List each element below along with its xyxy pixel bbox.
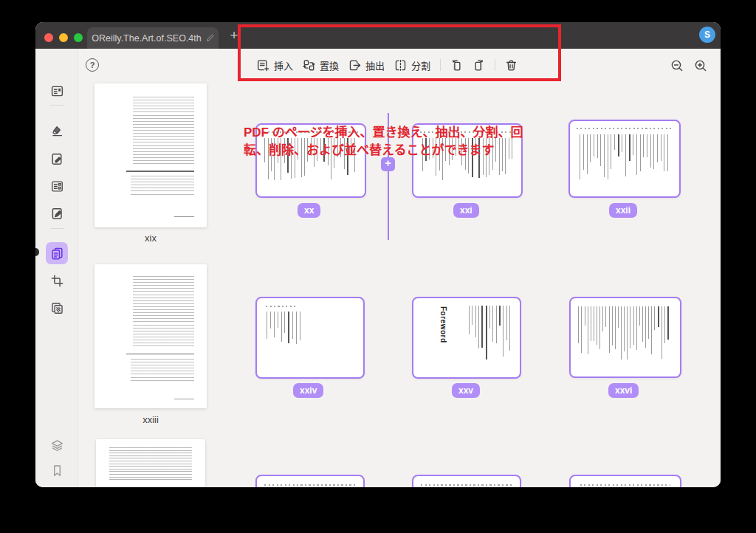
zoom-out-icon [670,59,684,72]
toc-lines [131,359,195,382]
rotate-right-button[interactable] [472,59,485,72]
toolbar-divider [440,59,441,71]
left-sidebar [35,49,78,487]
toc-lines [133,97,195,165]
toc-bold-line [126,354,195,355]
zoom-in-icon [694,59,707,72]
toc-lines [131,176,195,197]
active-tool-notch [35,248,39,256]
page-top-dashes [421,484,512,486]
page-badge-xxv: xxv [452,383,480,398]
insert-page-button[interactable]: 挿入 [257,58,293,72]
edit-page-icon[interactable] [46,148,68,170]
highlighter-icon[interactable] [46,120,68,142]
zoom-window-button[interactable] [74,33,83,42]
extract-page-icon [348,59,361,72]
page-top-dashes [580,484,670,486]
page-badge-xxii: xxii [609,203,637,218]
extract-page-button[interactable]: 抽出 [348,58,385,72]
page-badge-xxvi: xxvi [608,383,639,398]
page-thumbnail-xxv[interactable]: Foreword [412,297,521,379]
page-thumbnail-xxvi[interactable] [569,297,681,378]
insert-page-icon [257,59,269,72]
rotated-text-lines [267,312,300,357]
foreword-title: Foreword [439,306,447,343]
page-tools-group: 挿入 置換 [242,49,557,81]
page-badge-xxiv: xxiv [293,383,323,398]
pages-canvas: PDF のページを挿入、置き換え、抽出、分割、回 転、削除、および並べ替えること… [78,83,721,487]
insert-here-button[interactable]: + [381,157,395,171]
document-tab[interactable]: OReilly.The.Art.of.SEO.4th [87,27,219,49]
traffic-lights [44,33,83,42]
rotated-text-lines [469,306,510,367]
rotated-text-lines [580,134,668,185]
form-icon[interactable] [46,175,68,197]
sidebar-divider [50,228,63,229]
rotate-left-button[interactable] [450,59,463,72]
split-page-icon [394,59,407,72]
insert-page-label: 挿入 [274,58,293,72]
minimize-window-button[interactable] [59,33,68,42]
ocr-icon[interactable] [46,297,68,319]
replace-page-icon [303,59,315,72]
rotate-left-icon [450,59,463,72]
new-tab-button[interactable]: + [224,26,244,45]
page-thumbnail-partial[interactable] [412,475,521,487]
replace-page-label: 置換 [320,58,339,72]
page-label-xxiii: xxiii [94,414,207,425]
page-top-dashes [266,306,298,307]
replace-page-button[interactable]: 置換 [303,58,339,72]
toc-footer-line [174,399,194,399]
sidebar-divider [50,105,63,106]
rotate-right-icon [472,59,485,72]
titlebar: OReilly.The.Art.of.SEO.4th + S [35,22,721,49]
delete-page-button[interactable] [505,59,518,72]
fill-sign-icon[interactable] [46,202,68,224]
page-top-dashes [264,484,356,486]
page-label-xix: xix [94,233,207,244]
trash-icon [505,59,518,72]
page-thumbnail-partial[interactable] [96,439,205,487]
rename-pencil-icon[interactable] [206,34,214,42]
zoom-in-button[interactable] [693,58,709,74]
reader-icon[interactable] [46,80,68,102]
layers-icon[interactable] [46,434,68,456]
page-thumbnail-xxiv[interactable] [255,297,365,379]
toc-lines [133,276,195,348]
page-thumbnail-partial[interactable] [255,475,365,487]
organize-pages-icon[interactable] [46,242,68,264]
top-toolbar: ? 挿入 [78,49,721,83]
page-thumbnail-xix[interactable] [94,83,207,227]
text-lines [109,447,193,482]
annotation-text: PDF のページを挿入、置き換え、抽出、分割、回 転、削除、および並べ替えること… [244,124,577,159]
main-area: ? 挿入 [78,49,721,487]
page-thumbnail-xxii[interactable] [568,120,681,198]
page-badge-xx: xx [298,203,320,218]
page-thumbnail-partial[interactable] [569,475,681,487]
page-badge-xxi: xxi [453,203,479,218]
rotated-text-lines [578,306,669,367]
help-button[interactable]: ? [83,55,102,75]
help-icon: ? [86,58,99,72]
app-window: OReilly.The.Art.of.SEO.4th + S [35,22,721,487]
account-avatar[interactable]: S [699,27,715,43]
close-window-button[interactable] [44,33,53,42]
attachment-icon[interactable] [46,484,68,487]
toc-bold-line [126,171,195,172]
extract-page-label: 抽出 [365,58,385,72]
toolbar-divider [495,59,495,71]
annotation-line-1: PDF のページを挿入、置き換え、抽出、分割、回 [244,124,577,142]
zoom-out-button[interactable] [669,58,685,74]
toc-footer-line [174,216,194,217]
split-page-button[interactable]: 分割 [394,58,430,72]
split-page-label: 分割 [411,58,430,72]
page-top-dashes [577,128,673,129]
document-tab-title: OReilly.The.Art.of.SEO.4th [92,33,201,44]
crop-icon[interactable] [46,269,68,292]
annotation-line-2: 転、削除、および並べ替えることができます [244,142,577,159]
bookmark-icon[interactable] [46,459,68,481]
page-thumbnail-xxiii[interactable] [94,264,207,408]
